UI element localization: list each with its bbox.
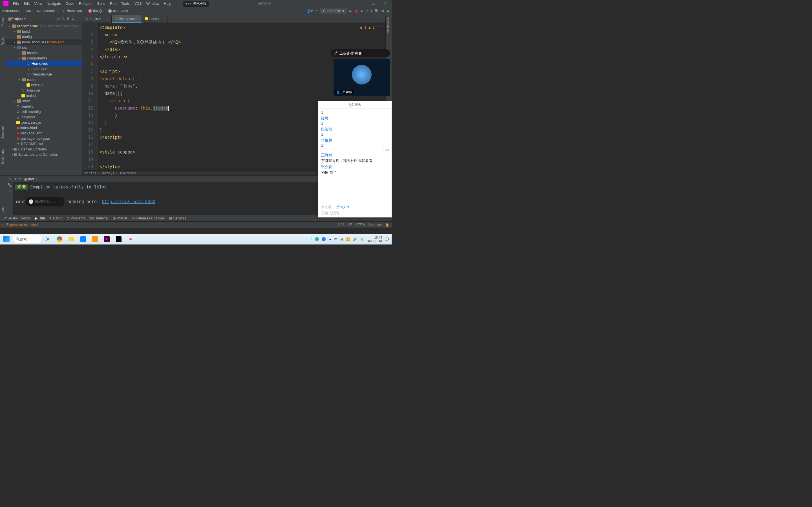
tool-project-tab[interactable]: Project — [1, 17, 4, 26]
menu-run[interactable]: Run — [108, 1, 119, 6]
tab-indexjs[interactable]: index.js× — [142, 15, 167, 23]
services-tab[interactable]: ⊞ Services — [169, 216, 186, 220]
crumb-src[interactable]: src — [26, 8, 35, 13]
crumb-method[interactable]: m data() — [88, 8, 107, 13]
tray-battery-icon[interactable]: 🔋 — [360, 237, 364, 241]
vcs-tab[interactable]: ⎇ Version Control — [2, 216, 31, 220]
meeting-speaking-bar[interactable]: 🎤 正在讲话: 稀客; — [331, 49, 390, 57]
tray-clock[interactable]: 16:43 2022/11/18 — [366, 236, 382, 242]
chat-input[interactable]: 请输入消息... — [321, 211, 389, 216]
close-icon[interactable]: × — [137, 17, 139, 20]
tree-root[interactable]: ▾redromantic C:\Users\zed\Desktop\v — [6, 23, 82, 29]
tree-config[interactable]: ▸config — [6, 34, 82, 40]
menu-file[interactable]: File — [11, 1, 21, 6]
expand-all-icon[interactable]: ⇅ — [62, 17, 65, 21]
crumb-file[interactable]: V Home.vue — [62, 8, 87, 13]
tree-index-html[interactable]: ◆ index.html — [6, 125, 82, 130]
todo-tab[interactable]: ≡ TODO — [49, 216, 62, 220]
project-tree[interactable]: ▾redromantic C:\Users\zed\Desktop\v ▸bui… — [6, 23, 82, 175]
tool-notifications-tab[interactable]: Notifications — [387, 17, 390, 34]
tray-notification-icon[interactable]: 💬 — [385, 237, 389, 241]
tool-redis-tab[interactable]: Redis — [1, 38, 4, 45]
tree-ext-lib[interactable]: ▸⊞ External Libraries — [6, 147, 82, 152]
rerun-icon[interactable]: ↻ — [8, 177, 11, 181]
problems-tab[interactable]: ⊘ Problems — [67, 216, 85, 220]
close-icon[interactable]: × — [162, 17, 164, 20]
tree-src[interactable]: ▾src — [6, 45, 82, 50]
tree-package-lock[interactable]: ▣ package-lock.json — [6, 136, 82, 141]
tab-overflow-icon[interactable]: ⋮ — [380, 17, 384, 21]
taskbar-xd[interactable]: Xd — [101, 235, 112, 244]
tree-components[interactable]: ▾components — [6, 55, 82, 61]
tray-blue-icon[interactable] — [322, 237, 326, 241]
tree-package-json[interactable]: ▣ package.json — [6, 130, 82, 136]
coverage-icon[interactable]: ▶ — [361, 9, 363, 13]
run-config-select[interactable]: Current File ▾ — [320, 8, 347, 13]
tool-structure-tab[interactable]: Structure — [1, 126, 4, 139]
lock-icon[interactable]: 🔓 — [385, 223, 389, 227]
close-run-tab-icon[interactable]: × — [36, 177, 38, 181]
crumb-components[interactable]: components — [37, 8, 60, 13]
menu-window[interactable]: Window — [144, 1, 161, 6]
line-sep[interactable]: LF — [348, 223, 352, 227]
tray-onedrive-icon[interactable]: ☁ — [328, 237, 332, 241]
crumb-project[interactable]: redromantic — [2, 8, 24, 13]
tree-router-index[interactable]: index.js — [6, 82, 82, 88]
debug-icon[interactable]: 🐞 — [354, 9, 358, 13]
db-changes-tab[interactable]: ⛁ Database Changes — [132, 216, 165, 220]
window-maximize-icon[interactable]: ▭ — [368, 1, 379, 6]
tab-login[interactable]: V Login.vue× — [82, 15, 112, 23]
run-more-icon[interactable]: » — [8, 189, 10, 193]
tree-assets[interactable]: ▸assets — [6, 50, 82, 55]
tree-postcss[interactable]: .postcssrc.js — [6, 120, 82, 125]
menu-navigate[interactable]: Navigate — [44, 1, 63, 6]
status-toggle-icon[interactable]: ▢ — [2, 223, 5, 227]
tree-home-vue[interactable]: V Home.vue — [6, 61, 82, 66]
add-config-icon[interactable]: 👤▾ — [307, 9, 313, 13]
build-icon[interactable]: ⚒ — [315, 9, 318, 13]
tray-expand-icon[interactable]: ˄ — [310, 237, 312, 241]
menu-edit[interactable]: Edit — [21, 1, 32, 6]
taskbar-explorer[interactable] — [66, 235, 77, 244]
run-icon[interactable]: ▶ — [349, 9, 352, 13]
menu-code[interactable]: Code — [63, 1, 77, 6]
sidebar-settings-icon[interactable]: ⚙ — [71, 17, 75, 21]
run-tab[interactable]: ▶ Run — [35, 216, 45, 220]
taskbar-app1[interactable] — [78, 235, 89, 244]
chevron-left-icon[interactable]: 〈 — [58, 198, 61, 205]
tree-node-modules[interactable]: ▸node_modules library root — [6, 40, 82, 45]
sidebar-view-select[interactable]: ▾ — [24, 17, 26, 21]
menu-vcs[interactable]: VCS — [132, 1, 144, 6]
menu-tools[interactable]: Tools — [119, 1, 132, 6]
taskbar-search[interactable]: 🔍 搜索 — [13, 235, 41, 243]
tree-readme[interactable]: ▼ README.md — [6, 141, 82, 147]
tree-app-vue[interactable]: V App.vue — [6, 88, 82, 93]
tree-scratches[interactable]: ▸⊟ Scratches and Consoles — [6, 152, 82, 157]
start-button[interactable] — [1, 235, 12, 244]
run-settings-icon[interactable]: 🔧 — [7, 183, 12, 187]
run-config-name[interactable]: start — [28, 177, 34, 181]
taskbar-app2[interactable] — [90, 235, 100, 244]
send-to-select[interactable]: 所有人 ▾ — [336, 205, 349, 210]
tool-bookmarks-tab[interactable]: Bookmarks — [1, 149, 4, 164]
encoding[interactable]: UTF-8 — [355, 223, 365, 227]
tree-login-vue[interactable]: V Login.vue — [6, 66, 82, 71]
select-opened-icon[interactable]: ⊙ — [57, 17, 60, 21]
window-minimize-icon[interactable]: — — [357, 1, 368, 6]
tree-router[interactable]: ▾router — [6, 77, 82, 82]
say-something-bubble[interactable]: 说点什么... 〈 — [26, 197, 64, 207]
tencent-meeting-pill[interactable]: 腾讯会议 — [183, 1, 209, 7]
stop-icon[interactable]: ■ — [370, 9, 372, 13]
menu-refactor[interactable]: Refactor — [77, 1, 95, 6]
terminal-tab[interactable]: ⌨ Terminal — [89, 216, 108, 220]
tray-ime-1[interactable]: 中 — [335, 237, 338, 241]
tree-static[interactable]: ▸static — [6, 98, 82, 104]
tool-npm-tab[interactable]: npm — [1, 207, 4, 213]
settings-icon[interactable]: ⚙ — [381, 9, 384, 13]
close-icon[interactable]: × — [107, 17, 108, 20]
crumb-prop[interactable]: p username — [108, 9, 129, 13]
tree-editorconfig[interactable]: ⚙ .editorconfig — [6, 109, 82, 114]
indent[interactable]: 2 spaces — [368, 223, 382, 227]
menu-view[interactable]: View — [32, 1, 44, 6]
menu-build[interactable]: Build — [95, 1, 108, 6]
